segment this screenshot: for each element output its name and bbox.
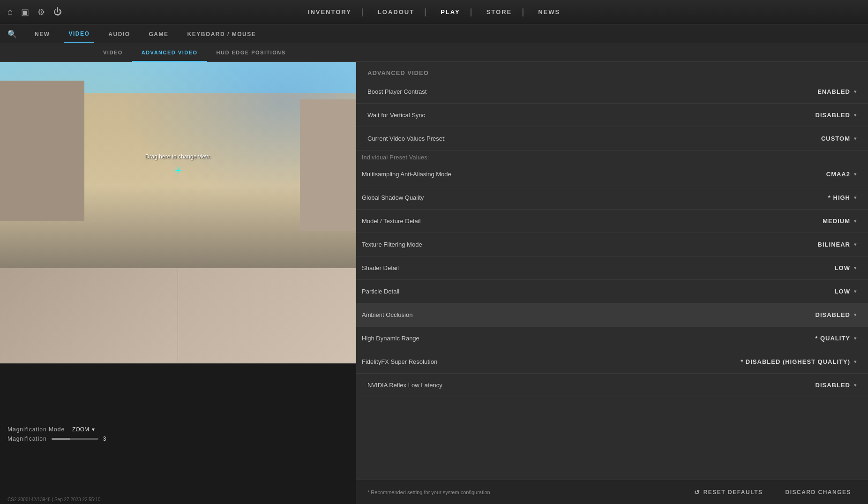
boost-player-contrast-value[interactable]: ENABLED ▾ (817, 88, 857, 95)
shadow-quality-value[interactable]: * HIGH ▾ (828, 194, 857, 201)
nav-inventory[interactable]: INVENTORY (295, 0, 365, 24)
video-preset-value[interactable]: CUSTOM ▾ (821, 135, 857, 142)
texture-filtering-row[interactable]: Texture Filtering Mode BILINEAR ▾ (356, 233, 868, 256)
shader-detail-row[interactable]: Shader Detail LOW ▾ (356, 256, 868, 280)
sub-tabs: VIDEO ADVANCED VIDEO HUD EDGE POSITIONS (0, 44, 868, 62)
nvidia-reflex-label: NVIDIA Reflex Low Latency (367, 382, 442, 389)
game-view-bottom[interactable] (0, 268, 356, 363)
video-preset-row[interactable]: Current Video Values Preset: CUSTOM ▾ (356, 127, 868, 150)
video-preset-label: Current Video Values Preset: (367, 135, 446, 142)
particle-detail-value[interactable]: LOW ▾ (835, 288, 857, 295)
discard-changes-label: DISCARD CHANGES (785, 489, 851, 496)
settings-tab-game[interactable]: GAME (144, 26, 173, 43)
particle-detail-row[interactable]: Particle Detail LOW ▾ (356, 280, 868, 303)
settings-tab-audio[interactable]: AUDIO (104, 26, 135, 43)
subtab-advanced-video[interactable]: ADVANCED VIDEO (132, 44, 207, 62)
fidelityfx-row[interactable]: FidelityFX Super Resolution * DISABLED (… (356, 350, 868, 374)
bottom-right-scene (178, 268, 356, 363)
action-bar: * Recommended setting for your system co… (356, 480, 868, 504)
drag-text: Drag here to change view: (145, 153, 211, 160)
home-icon[interactable]: ⌂ (7, 7, 13, 17)
texture-detail-chevron: ▾ (854, 218, 857, 224)
zoom-select[interactable]: ZOOM ▾ (72, 426, 95, 433)
shadow-quality-row[interactable]: Global Shadow Quality * HIGH ▾ (356, 186, 868, 210)
advanced-video-title: Advanced Video (356, 62, 868, 80)
top-nav-icons: ⌂ ▣ ⚙ ⏻ (0, 7, 62, 17)
hdr-value[interactable]: * QUALITY ▾ (815, 335, 857, 342)
settings-nav: 🔍 NEW VIDEO AUDIO GAME KEYBOARD / MOUSE (0, 24, 868, 44)
magnification-value: 3 (103, 436, 106, 442)
video-preset-chevron: ▾ (854, 136, 857, 141)
vertical-sync-chevron: ▾ (854, 113, 857, 118)
reset-icon: ↺ (694, 489, 701, 496)
recommended-text: * Recommended setting for your system co… (367, 489, 490, 495)
settings-tab-new[interactable]: NEW (30, 26, 55, 43)
vertical-sync-row[interactable]: Wait for Vertical Sync DISABLED ▾ (356, 104, 868, 127)
vertical-sync-label: Wait for Vertical Sync (367, 112, 425, 119)
shadow-quality-label: Global Shadow Quality (362, 194, 424, 201)
bottom-left-scene (0, 268, 178, 363)
boost-player-contrast-row[interactable]: Boost Player Contrast ENABLED ▾ (356, 80, 868, 104)
hdr-row[interactable]: High Dynamic Range * QUALITY ▾ (356, 327, 868, 350)
settings-scroll[interactable]: Advanced Video Boost Player Contrast ENA… (356, 62, 868, 504)
magnification-mode-label: Magnification Mode (7, 426, 65, 433)
texture-filtering-chevron: ▾ (854, 242, 857, 247)
power-icon[interactable]: ⏻ (53, 7, 62, 17)
antialiasing-row[interactable]: Multisampling Anti-Aliasing Mode CMAA2 ▾ (356, 163, 868, 186)
discard-changes-button[interactable]: DISCARD CHANGES (779, 486, 857, 498)
texture-detail-text: MEDIUM (823, 218, 850, 225)
left-panel: Drag here to change view: + Magnificatio… (0, 62, 356, 504)
shadow-quality-chevron: ▾ (854, 195, 857, 200)
building-right (300, 99, 356, 231)
ambient-occlusion-text: DISABLED (816, 311, 850, 318)
nav-play[interactable]: PLAY (427, 0, 473, 24)
drag-crosshair-overlay: Drag here to change view: + (145, 153, 211, 177)
particle-detail-text: LOW (835, 288, 850, 295)
magnification-slider[interactable] (52, 438, 98, 440)
magnification-slider-container[interactable] (52, 438, 98, 440)
build-info: CS2 2000142/13948 | Sep 27 2023 22:55:10 (7, 497, 100, 502)
fidelityfx-chevron: ▾ (854, 359, 857, 364)
shader-detail-text: LOW (835, 264, 850, 271)
ambient-occlusion-value[interactable]: DISABLED ▾ (816, 311, 857, 318)
fidelityfx-value[interactable]: * DISABLED (HIGHEST QUALITY) ▾ (741, 358, 857, 365)
right-panel: Advanced Video Boost Player Contrast ENA… (356, 62, 868, 504)
nav-store[interactable]: STORE (473, 0, 525, 24)
ambient-occlusion-label: Ambient Occlusion (362, 311, 412, 318)
nvidia-reflex-row[interactable]: NVIDIA Reflex Low Latency DISABLED ▾ (356, 374, 868, 397)
bottom-status: Magnification Mode ZOOM ▾ Magnification … (0, 363, 356, 504)
boost-player-contrast-label: Boost Player Contrast (367, 88, 427, 95)
reset-defaults-label: RESET DEFAULTS (703, 489, 763, 496)
shader-detail-value[interactable]: LOW ▾ (835, 264, 857, 271)
subtab-hud[interactable]: HUD EDGE POSITIONS (207, 44, 295, 62)
game-view-top[interactable]: Drag here to change view: + (0, 62, 356, 268)
nvidia-reflex-value[interactable]: DISABLED ▾ (816, 382, 857, 389)
reset-defaults-button[interactable]: ↺ RESET DEFAULTS (688, 486, 768, 499)
texture-filtering-text: BILINEAR (818, 241, 850, 248)
ambient-occlusion-row[interactable]: Ambient Occlusion DISABLED ▾ (356, 303, 868, 327)
texture-detail-row[interactable]: Model / Texture Detail MEDIUM ▾ (356, 210, 868, 233)
settings-tab-video[interactable]: VIDEO (64, 26, 95, 43)
texture-filtering-label: Texture Filtering Mode (362, 241, 422, 248)
search-icon[interactable]: 🔍 (7, 30, 17, 38)
magnification-label2: Magnification (7, 436, 47, 442)
magnification-slider-fill (52, 438, 70, 440)
texture-detail-value[interactable]: MEDIUM ▾ (823, 218, 857, 225)
antialiasing-value[interactable]: CMAA2 ▾ (826, 171, 857, 178)
antialiasing-text: CMAA2 (826, 171, 850, 178)
boost-player-contrast-chevron: ▾ (854, 89, 857, 94)
game-view-inner: Drag here to change view: + (0, 62, 356, 268)
vertical-sync-value[interactable]: DISABLED ▾ (816, 112, 857, 119)
tv-icon[interactable]: ▣ (21, 7, 29, 17)
texture-detail-label: Model / Texture Detail (362, 218, 421, 225)
fidelityfx-label: FidelityFX Super Resolution (362, 358, 437, 365)
settings-icon[interactable]: ⚙ (37, 7, 45, 17)
settings-tab-keyboard[interactable]: KEYBOARD / MOUSE (183, 26, 261, 43)
subtab-video[interactable]: VIDEO (94, 44, 132, 62)
hdr-text: * QUALITY (815, 335, 850, 342)
texture-filtering-value[interactable]: BILINEAR ▾ (818, 241, 857, 248)
nav-news[interactable]: NEWS (525, 0, 573, 24)
nav-loadout[interactable]: LOADOUT (365, 0, 427, 24)
shader-detail-label: Shader Detail (362, 264, 399, 271)
zoom-value: ZOOM (72, 426, 89, 433)
